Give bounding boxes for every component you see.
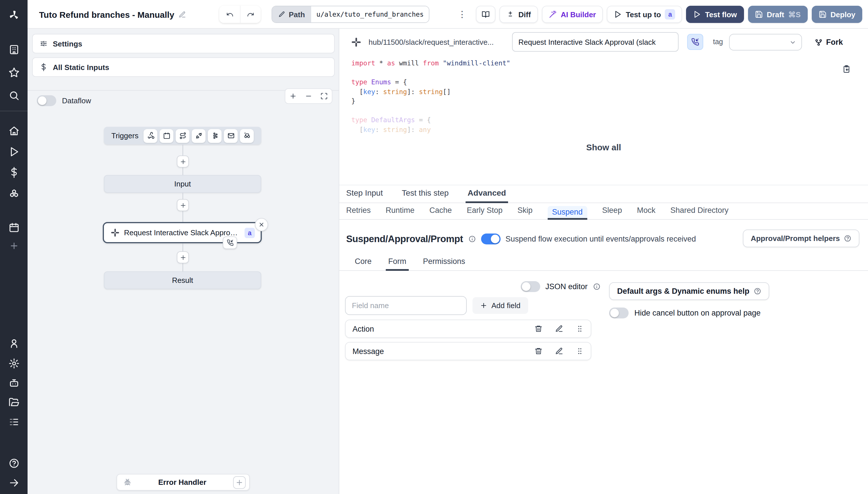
tab-advanced[interactable]: Advanced <box>467 188 506 203</box>
favorites-star-icon[interactable] <box>0 64 27 81</box>
edit-field-pencil-icon[interactable] <box>555 325 563 333</box>
sidebar-plus-icon[interactable] <box>0 237 27 254</box>
delete-field-trash-icon[interactable] <box>534 325 542 333</box>
deploy-button[interactable]: Deploy <box>811 6 862 23</box>
zoom-out-button[interactable] <box>301 89 316 103</box>
redo-button[interactable] <box>240 6 261 23</box>
default-args-help-button[interactable]: Default args & Dynamic enums help <box>609 282 770 300</box>
hide-cancel-toggle[interactable] <box>609 307 629 319</box>
tab-form[interactable]: Form <box>388 257 406 270</box>
triggers-bar[interactable]: Triggers <box>104 127 261 145</box>
field-row-action: Action <box>345 320 591 338</box>
delete-step-x-icon[interactable] <box>255 218 268 231</box>
info-icon[interactable] <box>468 235 476 242</box>
workspace-icon[interactable] <box>0 41 27 58</box>
draft-button[interactable]: Draft ⌘S <box>748 6 808 23</box>
input-node[interactable]: Input <box>104 175 261 193</box>
hub-script-path[interactable]: hub/11500/slack/request_interactive... <box>369 38 513 46</box>
field-name-input[interactable] <box>345 296 467 315</box>
tab-retries[interactable]: Retries <box>346 204 371 219</box>
search-icon[interactable] <box>0 87 27 104</box>
path-pencil-icon <box>278 11 285 18</box>
step-detail-panel: hub/11500/slack/request_interactive... t… <box>339 29 868 494</box>
folders-icon[interactable] <box>0 394 27 411</box>
resources-icon[interactable] <box>0 184 27 202</box>
delete-field-trash-icon[interactable] <box>534 347 542 355</box>
kafka-trigger-icon[interactable] <box>208 129 222 142</box>
code-editor[interactable]: import * as wmill from "windmill-client"… <box>351 58 856 139</box>
test-up-to-button[interactable]: Test up to a <box>607 6 682 23</box>
suspend-phone-incoming-button[interactable] <box>687 34 703 50</box>
path-input[interactable] <box>311 6 429 22</box>
tag-label: tag <box>713 38 723 46</box>
schedules-icon[interactable] <box>0 218 27 236</box>
edit-field-pencil-icon[interactable] <box>555 347 563 355</box>
path-label[interactable]: Path <box>272 6 311 22</box>
dataflow-toggle-row: Dataflow <box>37 89 91 112</box>
windmill-logo-icon[interactable] <box>0 6 27 23</box>
flow-settings-button[interactable]: Settings <box>32 34 335 53</box>
json-editor-label: JSON editor <box>546 282 588 291</box>
step-node-id-badge: a <box>244 228 255 238</box>
tab-core[interactable]: Core <box>355 257 372 270</box>
tab-test-this-step[interactable]: Test this step <box>402 188 449 203</box>
schedule-trigger-icon[interactable] <box>160 129 173 142</box>
tab-suspend[interactable]: Suspend <box>547 206 587 219</box>
webhook-trigger-icon[interactable] <box>144 129 157 142</box>
websocket-trigger-icon[interactable] <box>192 129 205 142</box>
code-line: import * as wmill from "windmill-client" <box>351 58 856 68</box>
step-name-input[interactable] <box>512 32 679 52</box>
result-node[interactable]: Result <box>104 271 261 289</box>
tab-permissions[interactable]: Permissions <box>423 257 465 270</box>
settings-gear-icon[interactable] <box>0 355 27 372</box>
tab-step-input[interactable]: Step Input <box>346 188 383 203</box>
tab-skip[interactable]: Skip <box>518 204 533 219</box>
suspend-enabled-toggle[interactable] <box>481 233 500 244</box>
workers-bot-icon[interactable] <box>0 374 27 391</box>
zoom-in-button[interactable] <box>285 89 301 103</box>
insert-step-plus-button[interactable] <box>177 251 189 263</box>
add-error-handler-plus-button[interactable] <box>233 476 246 489</box>
home-icon[interactable] <box>0 122 27 139</box>
audit-logs-icon[interactable] <box>0 413 27 430</box>
insert-step-plus-button[interactable] <box>177 199 189 211</box>
http-route-trigger-icon[interactable] <box>176 129 189 142</box>
add-field-button[interactable]: Add field <box>473 297 528 314</box>
approval-prompt-helpers-button[interactable]: Approval/Prompt helpers <box>742 229 860 247</box>
error-handler-node[interactable]: Error Handler <box>116 474 250 491</box>
tab-shared-directory[interactable]: Shared Directory <box>670 204 728 219</box>
drag-field-grip-icon[interactable] <box>576 325 584 333</box>
docs-book-button[interactable] <box>476 6 495 23</box>
clipboard-paste-icon[interactable] <box>842 65 851 73</box>
fork-button[interactable]: Fork <box>815 34 843 51</box>
runs-icon[interactable] <box>0 143 27 160</box>
drag-field-grip-icon[interactable] <box>576 347 584 355</box>
help-icon[interactable] <box>0 454 27 472</box>
dataflow-toggle[interactable] <box>37 95 56 106</box>
edit-title-pencil-icon[interactable] <box>178 11 186 18</box>
test-flow-button[interactable]: Test flow <box>686 6 744 23</box>
poll-trigger-icon[interactable] <box>240 129 254 142</box>
fit-view-button[interactable] <box>316 89 332 103</box>
tab-mock[interactable]: Mock <box>637 204 655 219</box>
expand-sidebar-icon[interactable] <box>0 474 27 491</box>
email-trigger-icon[interactable] <box>224 129 238 142</box>
insert-step-plus-button[interactable] <box>177 155 189 168</box>
diff-button[interactable]: Diff <box>499 6 538 23</box>
undo-button[interactable] <box>219 6 240 23</box>
slack-approval-step-node[interactable]: Request Interactive Slack Approval (... … <box>103 222 262 243</box>
tab-cache[interactable]: Cache <box>429 204 452 219</box>
tab-runtime[interactable]: Runtime <box>386 204 415 219</box>
plus-icon <box>480 302 487 309</box>
ai-builder-button[interactable]: AI Builder <box>542 6 603 23</box>
tag-select[interactable] <box>729 34 802 51</box>
variables-icon[interactable] <box>0 164 27 181</box>
show-all-button[interactable]: Show all <box>339 142 868 152</box>
tab-sleep[interactable]: Sleep <box>602 204 622 219</box>
user-icon[interactable] <box>0 335 27 352</box>
tab-early-stop[interactable]: Early Stop <box>467 204 503 219</box>
info-icon[interactable] <box>593 283 600 290</box>
more-options-kebab-icon[interactable]: ⋮ <box>456 6 468 23</box>
json-editor-toggle[interactable] <box>521 281 540 292</box>
all-static-inputs-button[interactable]: All Static Inputs <box>32 57 335 77</box>
